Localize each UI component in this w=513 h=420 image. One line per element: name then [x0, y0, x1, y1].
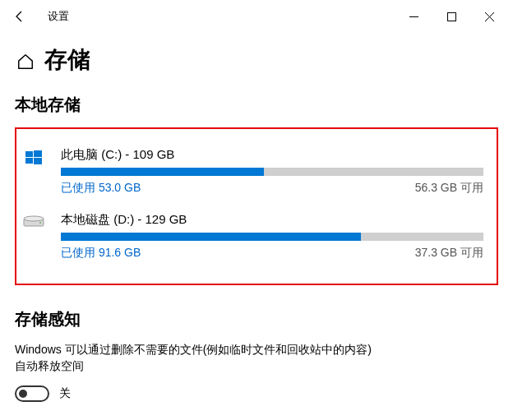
maximize-icon — [447, 12, 456, 21]
drive-c-free-label: 56.3 GB 可用 — [415, 181, 483, 196]
sense-description: Windows 可以通过删除不需要的文件(例如临时文件和回收站中的内容) 自动释… — [15, 342, 498, 374]
drive-d-progress-fill — [61, 233, 361, 241]
svg-rect-0 — [447, 12, 455, 21]
drive-c-progress — [61, 168, 483, 176]
drive-row-c[interactable]: 此电脑 (C:) - 109 GB 已使用 53.0 GB 56.3 GB 可用 — [20, 142, 483, 207]
drive-d-label: 本地磁盘 (D:) - 129 GB — [61, 212, 483, 228]
home-icon[interactable] — [16, 53, 35, 71]
drive-d-free-label: 37.3 GB 可用 — [415, 246, 483, 261]
drive-d-progress — [61, 233, 483, 241]
toggle-state-label: 关 — [59, 386, 71, 401]
drives-highlight-box: 此电脑 (C:) - 109 GB 已使用 53.0 GB 56.3 GB 可用 — [15, 127, 498, 285]
page-title: 存储 — [44, 44, 90, 76]
drive-c-used-link[interactable]: 已使用 53.0 GB — [61, 181, 141, 196]
close-button[interactable] — [470, 3, 508, 30]
section-local-storage: 本地存储 — [15, 94, 498, 116]
minimize-button[interactable] — [395, 3, 432, 30]
disk-drive-icon — [20, 212, 48, 261]
close-icon — [485, 12, 494, 21]
drive-d-used-link[interactable]: 已使用 91.6 GB — [61, 246, 141, 261]
storage-sense-toggle[interactable] — [15, 385, 49, 402]
svg-rect-2 — [34, 150, 42, 157]
svg-rect-3 — [25, 158, 33, 164]
drive-row-d[interactable]: 本地磁盘 (D:) - 129 GB 已使用 91.6 GB 37.3 GB 可… — [20, 207, 483, 272]
titlebar: 设置 — [0, 0, 513, 33]
svg-rect-4 — [34, 158, 42, 164]
svg-point-7 — [39, 222, 41, 224]
svg-rect-1 — [25, 151, 33, 157]
storage-sense-section: 存储感知 Windows 可以通过删除不需要的文件(例如临时文件和回收站中的内容… — [15, 308, 498, 420]
maximize-button[interactable] — [432, 3, 470, 30]
drive-c-progress-fill — [61, 168, 264, 176]
minimize-icon — [409, 12, 418, 21]
back-button[interactable] — [5, 2, 35, 31]
toggle-knob — [19, 390, 27, 398]
back-arrow-icon — [13, 10, 26, 23]
page-header: 存储 — [0, 33, 513, 82]
windows-drive-icon — [20, 147, 48, 196]
window-title: 设置 — [48, 9, 69, 24]
svg-point-6 — [24, 216, 44, 221]
drive-c-label: 此电脑 (C:) - 109 GB — [61, 147, 483, 163]
content: 本地存储 此电脑 (C:) - 109 GB 已使用 53.0 GB 5 — [0, 82, 513, 420]
section-sense-heading: 存储感知 — [15, 308, 498, 330]
